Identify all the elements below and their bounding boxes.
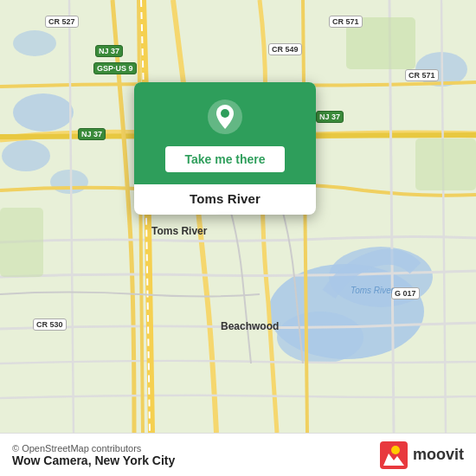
take-me-there-button[interactable]: Take me there: [165, 146, 284, 172]
popup-city-name: Toms River: [179, 184, 271, 215]
road-label-nj37a: NJ 37: [95, 45, 123, 57]
svg-point-13: [221, 109, 229, 118]
road-label-nj37c: NJ 37: [78, 128, 106, 140]
road-label-cr530: CR 530: [33, 318, 67, 331]
bottom-left-info: © OpenStreetMap contributors Wow Camera,…: [12, 443, 175, 467]
map-background: [0, 0, 476, 433]
location-pin-icon: [206, 98, 244, 136]
location-text: Wow Camera, New York City: [12, 453, 175, 467]
map-container: CR 527 CR 571 CR 571 CR 549 GSP·US 9 NJ …: [0, 0, 476, 433]
svg-point-15: [391, 446, 400, 454]
svg-point-4: [13, 93, 74, 132]
road-label-cr549: CR 549: [268, 43, 302, 55]
location-popup: Take me there Toms River: [134, 82, 316, 215]
attribution-text: © OpenStreetMap contributors: [12, 443, 175, 453]
svg-point-5: [2, 140, 50, 171]
road-label-gsp9: GSP·US 9: [93, 62, 137, 74]
moovit-icon: [380, 441, 408, 469]
water-label-toms-river: Toms River: [351, 286, 394, 295]
moovit-logo: moovit: [380, 441, 464, 469]
svg-rect-11: [415, 138, 476, 190]
city-label-beachwood: Beachwood: [221, 320, 279, 332]
city-label-toms-river: Toms River: [151, 225, 207, 237]
road-label-cr527: CR 527: [45, 16, 79, 28]
svg-point-6: [50, 170, 88, 194]
moovit-text: moovit: [413, 446, 464, 464]
road-label-nj37b: NJ 37: [316, 111, 344, 123]
road-label-g017: G 017: [391, 287, 420, 299]
road-label-cr571a: CR 571: [329, 16, 363, 28]
popup-green-header: Take me there: [134, 82, 316, 184]
road-label-cr571b: CR 571: [405, 69, 439, 81]
svg-rect-10: [0, 208, 43, 277]
svg-point-7: [13, 30, 56, 56]
svg-point-3: [277, 312, 363, 363]
bottom-bar: © OpenStreetMap contributors Wow Camera,…: [0, 433, 476, 476]
